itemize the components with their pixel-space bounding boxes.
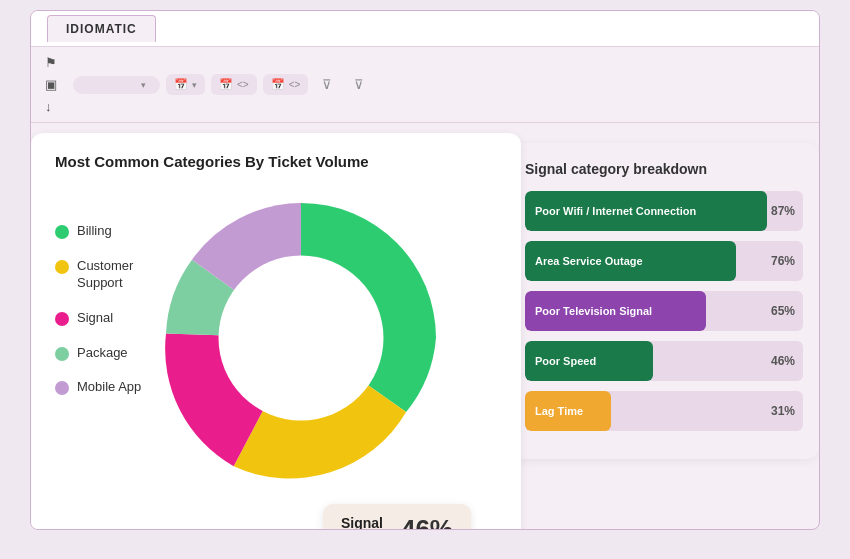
date-picker-2[interactable]: 📅 <> bbox=[211, 74, 257, 95]
filter-btn-1[interactable]: ⊽ bbox=[314, 73, 340, 96]
bar-fill-speed: Poor Speed bbox=[525, 341, 653, 381]
bar-bg-speed: Poor Speed 46% bbox=[525, 341, 803, 381]
bar-label-outage: Area Service Outage bbox=[535, 255, 643, 267]
bar-bg-tv: Poor Television Signal 65% bbox=[525, 291, 803, 331]
tooltip: Signal 4846 46% bbox=[323, 504, 471, 530]
tooltip-percent: 46% bbox=[401, 514, 453, 530]
date-picker-3[interactable]: 📅 <> bbox=[263, 74, 309, 95]
app-window: IDIOMATIC ⚑ ▣ ↓ ▾ 📅 ▾ 📅 <> 📅 <> bbox=[30, 10, 820, 530]
filter-btn-2[interactable]: ⊽ bbox=[346, 73, 372, 96]
download-icon[interactable]: ↓ bbox=[45, 99, 57, 114]
bar-bg-outage: Area Service Outage 76% bbox=[525, 241, 803, 281]
signal-card: Signal category breakdown Poor Wifi / In… bbox=[509, 143, 819, 459]
tooltip-category: Signal bbox=[341, 515, 383, 531]
monitor-icon[interactable]: ▣ bbox=[45, 77, 57, 92]
bar-row-lag: Lag Time 31% bbox=[525, 391, 803, 431]
bar-pct-tv: 65% bbox=[771, 304, 795, 318]
legend-label-signal: Signal bbox=[77, 310, 113, 327]
legend-dot-signal bbox=[55, 312, 69, 326]
legend: Billing CustomerSupport Signal Package bbox=[55, 223, 141, 396]
legend-item-mobile-app: Mobile App bbox=[55, 379, 141, 396]
legend-label-mobile-app: Mobile App bbox=[77, 379, 141, 396]
bar-row-wifi: Poor Wifi / Internet Connection 87% bbox=[525, 191, 803, 231]
bar-label-wifi: Poor Wifi / Internet Connection bbox=[535, 205, 696, 217]
bar-label-tv: Poor Television Signal bbox=[535, 305, 652, 317]
legend-dot-billing bbox=[55, 225, 69, 239]
bar-fill-outage: Area Service Outage bbox=[525, 241, 736, 281]
bar-pct-wifi: 87% bbox=[771, 204, 795, 218]
bar-fill-wifi: Poor Wifi / Internet Connection bbox=[525, 191, 767, 231]
legend-item-signal: Signal bbox=[55, 310, 141, 327]
bar-bg-wifi: Poor Wifi / Internet Connection 87% bbox=[525, 191, 803, 231]
donut-title: Most Common Categories By Ticket Volume bbox=[55, 153, 497, 170]
legend-item-package: Package bbox=[55, 345, 141, 362]
legend-dot-mobile-app bbox=[55, 381, 69, 395]
bar-pct-speed: 46% bbox=[771, 354, 795, 368]
bar-row-speed: Poor Speed 46% bbox=[525, 341, 803, 381]
bar-row-outage: Area Service Outage 76% bbox=[525, 241, 803, 281]
flag-icon[interactable]: ⚑ bbox=[45, 55, 57, 70]
main-content: Most Common Categories By Ticket Volume … bbox=[31, 123, 819, 530]
bar-label-lag: Lag Time bbox=[535, 405, 583, 417]
donut-chart bbox=[151, 188, 451, 488]
bar-pct-outage: 76% bbox=[771, 254, 795, 268]
bar-fill-tv: Poor Television Signal bbox=[525, 291, 706, 331]
filter-dropdown-1[interactable]: ▾ bbox=[73, 76, 160, 94]
title-bar: IDIOMATIC bbox=[31, 11, 819, 47]
app-title: IDIOMATIC bbox=[47, 15, 156, 42]
donut-hole bbox=[219, 256, 384, 421]
legend-dot-package bbox=[55, 347, 69, 361]
signal-card-title: Signal category breakdown bbox=[525, 161, 803, 177]
bar-row-tv: Poor Television Signal 65% bbox=[525, 291, 803, 331]
bar-fill-lag: Lag Time bbox=[525, 391, 611, 431]
legend-item-customer-support: CustomerSupport bbox=[55, 258, 141, 292]
bar-pct-lag: 31% bbox=[771, 404, 795, 418]
bar-bg-lag: Lag Time 31% bbox=[525, 391, 803, 431]
bar-label-speed: Poor Speed bbox=[535, 355, 596, 367]
legend-label-customer-support: CustomerSupport bbox=[77, 258, 133, 292]
legend-label-billing: Billing bbox=[77, 223, 112, 240]
donut-card: Most Common Categories By Ticket Volume … bbox=[31, 133, 521, 530]
legend-dot-customer-support bbox=[55, 260, 69, 274]
date-picker-1[interactable]: 📅 ▾ bbox=[166, 74, 205, 95]
legend-label-package: Package bbox=[77, 345, 128, 362]
legend-item-billing: Billing bbox=[55, 223, 141, 240]
